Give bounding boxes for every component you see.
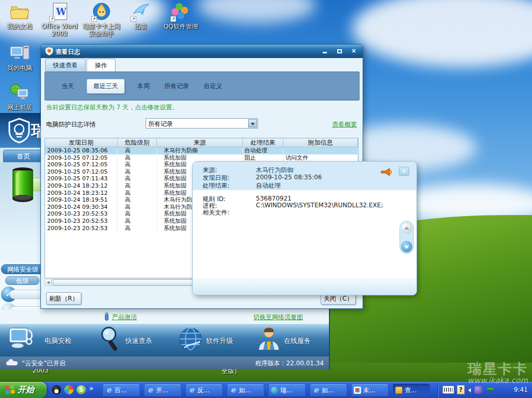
quicklaunch-more-chevron[interactable]: » [89, 384, 94, 392]
dialog-titlebar[interactable]: 查看日志 × [41, 45, 363, 58]
taskbar-task-7[interactable]: 查... [393, 383, 430, 396]
icon-label: QQ软件管理 [159, 23, 203, 30]
start-label: 开始 [18, 385, 34, 395]
toolbar-item-upgrade[interactable]: 软件升级 [206, 336, 233, 346]
dialog-title: 查看日志 [55, 48, 80, 56]
protection-log-label: 电脑防护日志详情 [46, 120, 96, 129]
switch-network-flow-link[interactable]: 切换至网络流量图 [253, 313, 303, 322]
filter-3[interactable]: 所有记录 [162, 82, 191, 91]
popup-close-icon[interactable]: × [399, 167, 409, 176]
tab-operations[interactable]: 操作 [87, 59, 116, 72]
quicklaunch-pinwheel-icon[interactable] [64, 385, 74, 394]
shortcut-arrow-icon: ↗ [170, 16, 176, 22]
task-label: 如... [239, 386, 251, 395]
filter-4[interactable]: 自定义 [202, 82, 224, 91]
quicklaunch-qq-icon[interactable] [52, 385, 61, 394]
view-summary-link[interactable]: 查看概要 [332, 120, 357, 129]
cell-result: 自动处理 [243, 147, 283, 154]
cell-level: 高 [118, 204, 157, 211]
cell-date: 2009-10-24 18:23:12 [45, 190, 118, 197]
keyboard-ime-icon[interactable] [442, 386, 454, 394]
cell-date: 2009-10-24 18:23:12 [45, 182, 118, 190]
taskbar-task-0[interactable]: e百... [103, 383, 140, 396]
icon-label: 我的文档 [0, 23, 41, 30]
scroll-up-arrow-icon[interactable] [401, 222, 412, 234]
activate-icon [104, 312, 110, 321]
desktop-icon-office-word[interactable]: W ↗ Office Word 2003 [38, 2, 81, 37]
my-computer-icon [9, 44, 30, 63]
taskbar-task-6[interactable]: 未... [351, 383, 389, 396]
desktop-icon-my-computer[interactable]: 我的电脑 [0, 44, 41, 72]
field-label: 处理结果: [203, 181, 229, 190]
software-upgrade-icon[interactable] [177, 326, 204, 353]
header-date[interactable]: 发现日期 [45, 138, 118, 147]
header-level[interactable]: 危险级别 [118, 138, 157, 147]
help-ime-icon[interactable]: ? [457, 385, 465, 394]
field-value: 536870921 [256, 195, 292, 202]
toolbar-item-checkup[interactable]: 电脑安检 [45, 336, 71, 346]
desktop-icon-my-documents[interactable]: 我的文档 [0, 2, 41, 30]
desktop-icon-kaka-assistant[interactable]: ↗ 瑞星卡卡上网 安全助手 [80, 2, 123, 37]
filter-2[interactable]: 本周 [135, 82, 152, 91]
tray-collapse-chevron-icon[interactable] [468, 388, 471, 392]
retention-notice[interactable]: 当前设置日志保留天数为 7 天，点击修改设置。 [46, 103, 178, 112]
tab-quick-view[interactable]: 快速查看 [45, 59, 85, 72]
ie-icon: e [229, 387, 237, 394]
taskbar-task-1[interactable]: e开... [144, 383, 181, 396]
links-row: 产品激活 切换至网络流量图 [0, 309, 329, 324]
cell-level: 高 [118, 190, 157, 197]
taskbar-task-3[interactable]: e如... [227, 383, 264, 396]
scroll-left-arrow-icon[interactable]: ◀ [45, 279, 52, 286]
icon-label: Office Word 2003 [38, 23, 81, 37]
desktop-icon-qq-software-manager[interactable]: ↗ QQ软件管理 [159, 2, 203, 30]
header-source[interactable]: 来源 [157, 138, 243, 147]
cell-level: 高 [118, 196, 157, 204]
desktop-icon-network-places[interactable]: 网上邻居 [0, 83, 41, 111]
table-row[interactable]: 2009-10-25 08:35:06高木马行为防御自动处理 [45, 147, 358, 154]
quicklaunch-browser-icon[interactable]: S [77, 385, 86, 394]
online-service-icon[interactable] [257, 326, 281, 353]
quick-scan-icon[interactable] [98, 326, 121, 354]
filter-0[interactable]: 当天 [60, 82, 76, 91]
field-label: 相关文件: [203, 208, 229, 217]
cell-level: 高 [118, 210, 157, 218]
task-label: 如... [322, 386, 334, 395]
close-button[interactable]: × [349, 47, 358, 55]
desktop-icon-thunder[interactable]: ↗ 迅雷 [119, 2, 163, 30]
header-info[interactable]: 附加信息 [283, 138, 358, 147]
toolbar-item-quick-scan[interactable]: 快速查杀 [125, 336, 152, 346]
log-detail-popup: 来源: 木马行为防御 发现日期: 2009-10-25 08:35:06 处理结… [192, 161, 417, 295]
clock: 9:41 [514, 386, 528, 393]
rising-umbrella-tray-icon[interactable] [486, 386, 495, 394]
dropdown-arrow-button[interactable] [248, 119, 257, 127]
cell-date: 2009-10-25 07:12:05 [45, 161, 118, 168]
word-icon: W ↗ [49, 2, 70, 22]
task-label: 查... [405, 386, 416, 395]
tray-app-icon[interactable] [475, 386, 482, 394]
folder-icon [9, 2, 30, 22]
filter-active-1[interactable]: 最近三天 [87, 79, 125, 94]
network-security-level-button[interactable]: 网络安全级 [1, 264, 45, 274]
computer-checkup-icon[interactable] [8, 326, 37, 353]
log-icon [395, 387, 402, 394]
table-row[interactable]: 2009-10-25 07:12:05高系统加固阻止访问文件 [45, 154, 358, 162]
tab-home[interactable]: 首页 [3, 150, 44, 162]
security-level-value-button[interactable]: 低级 [5, 276, 39, 285]
taskbar-task-4[interactable]: 瑞... [268, 383, 306, 396]
start-button[interactable]: 开始 [0, 382, 47, 398]
cell-result: 阻止 [243, 154, 283, 162]
taskbar-task-5[interactable]: e如... [310, 383, 347, 396]
minimize-button[interactable] [320, 47, 329, 55]
dialog-title-icon [45, 47, 53, 55]
record-type-dropdown[interactable]: 所有记录 [146, 118, 258, 129]
cell-info [283, 147, 358, 154]
maximize-button[interactable] [335, 47, 344, 55]
taskbar-task-2[interactable]: e反... [185, 383, 223, 396]
product-activate-link[interactable]: 产品激活 [112, 313, 137, 322]
header-result[interactable]: 处理结果 [243, 138, 283, 147]
refresh-button[interactable]: 刷新（R） [46, 292, 81, 305]
horn-icon[interactable] [380, 168, 392, 176]
system-tray: ? 9:41 [438, 382, 532, 398]
scroll-down-arrow-icon[interactable] [401, 241, 412, 252]
toolbar-item-online-service[interactable]: 在线服务 [284, 336, 311, 346]
